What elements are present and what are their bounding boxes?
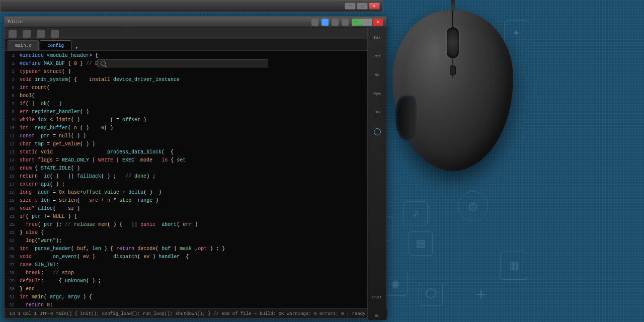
circle-icon — [374, 128, 381, 135]
code-line[interactable]: void* alloc( sz ) — [20, 205, 383, 213]
line-number: 31 — [5, 293, 17, 301]
code-line[interactable]: extern api( ) ; — [20, 181, 383, 189]
code-line[interactable]: case SIG_INT: — [20, 261, 383, 269]
panel-item[interactable]: Ref — [368, 52, 386, 60]
code-line[interactable]: static void process_data_block( { — [20, 148, 383, 156]
panel-item[interactable]: Sym — [368, 89, 386, 98]
toolbar-button[interactable] — [9, 30, 17, 38]
panel-item[interactable] — [368, 126, 386, 137]
toolbar-button[interactable] — [23, 30, 31, 38]
line-number: 19 — [5, 197, 17, 205]
line-number: 29 — [5, 277, 17, 285]
desktop-icon[interactable]: ▤ — [409, 231, 433, 256]
panel-item[interactable]: Lnk — [368, 108, 386, 116]
line-number-gutter: 1234567891011121314151617181920212223242… — [5, 51, 17, 307]
tool-icon[interactable] — [311, 19, 318, 26]
code-line[interactable]: default: { unknown( ) ; — [20, 277, 383, 285]
mouse-graphic — [392, 10, 513, 181]
line-number: 16 — [5, 173, 17, 181]
tool-icon[interactable] — [321, 19, 329, 26]
code-line[interactable]: break; // stop — [20, 269, 383, 277]
status-text: Ln 1 Col 1 UTF-8 main() { init(); config… — [10, 311, 366, 316]
panel-item[interactable]: Hist — [368, 293, 386, 301]
bg-close-button[interactable]: ✕ — [369, 3, 380, 10]
code-line[interactable]: err register_handler( ) — [20, 108, 383, 116]
status-bar: Ln 1 Col 1 UTF-8 main() { init(); config… — [5, 308, 387, 318]
code-line[interactable]: return 0; — [20, 301, 383, 307]
panel-item[interactable]: Idx — [368, 33, 386, 42]
code-line[interactable]: size_t len = strlen( src + n * step rang… — [20, 197, 383, 205]
plus-icon[interactable]: ＋ — [469, 282, 493, 306]
search-icon — [101, 61, 106, 66]
code-line[interactable]: void on_event( ev ) dispatch( ev ) handl… — [20, 253, 383, 261]
titlebar-tool-icons — [311, 19, 349, 26]
code-line[interactable]: int main( argc, argv ) { — [20, 293, 383, 301]
mouse-dpi-button — [450, 65, 456, 75]
code-line[interactable]: } else { — [20, 229, 383, 237]
code-line[interactable]: free( ptr ); // release mem( ) { || pani… — [20, 221, 383, 229]
desktop-icon[interactable]: ◎ — [458, 191, 488, 221]
editor-toolbar — [5, 28, 386, 40]
line-number: 21 — [5, 213, 17, 221]
line-number: 11 — [5, 132, 17, 140]
tool-icon[interactable] — [342, 19, 349, 26]
line-number: 9 — [5, 116, 17, 124]
find-bar[interactable] — [97, 59, 268, 67]
code-line[interactable]: #include <module_header> { — [20, 52, 383, 60]
line-number: 28 — [5, 269, 17, 277]
file-tab-active[interactable]: config — [40, 40, 71, 50]
line-number: 8 — [5, 108, 17, 116]
mouse-side-button — [395, 96, 417, 141]
code-line[interactable]: enum { STATE_IDLE( ) — [20, 165, 383, 173]
line-number: 13 — [5, 148, 17, 156]
window-title: Editor — [8, 20, 308, 25]
line-number: 15 — [5, 165, 17, 173]
code-line[interactable]: while idx < limit( ) ( = offset ) — [20, 116, 383, 124]
line-number: 23 — [5, 229, 17, 237]
mouse-wheel — [447, 27, 459, 58]
code-line[interactable]: char tmp = get_value( ) ) — [20, 140, 383, 148]
code-line[interactable]: if( ptr != NULL ) { — [20, 213, 383, 221]
editor-titlebar[interactable]: Editor — ☐ ✕ — [5, 17, 386, 28]
code-line[interactable]: bool( — [20, 92, 383, 100]
line-number: 2 — [5, 60, 17, 68]
file-tab[interactable]: main.c — [8, 40, 39, 50]
bg-maximize-button[interactable]: ☐ — [357, 3, 368, 10]
line-number: 20 — [5, 205, 17, 213]
desktop-icon[interactable]: ♪ — [404, 201, 428, 225]
desktop-icon[interactable]: ◉ — [383, 272, 408, 296]
code-line[interactable]: short flags = READ_ONLY | WRITE | EXEC m… — [20, 156, 383, 165]
tool-icon[interactable] — [332, 19, 339, 26]
code-line[interactable]: int count( — [20, 84, 383, 92]
toolbar-button[interactable] — [37, 30, 45, 38]
tab-overflow-icon[interactable]: ▸ — [75, 44, 82, 50]
line-number: 27 — [5, 261, 17, 269]
code-line[interactable]: if( | ok( ) — [20, 100, 383, 108]
code-line[interactable]: return id( ) || fallback( ) ; // done) ; — [20, 173, 383, 181]
close-button[interactable]: ✕ — [373, 19, 383, 26]
panel-item[interactable]: Br — [368, 311, 386, 320]
editor-window: Editor — ☐ ✕ main.c config ▸ 12345678910… — [4, 16, 386, 319]
panel-item[interactable]: Kn — [368, 70, 386, 79]
code-line[interactable]: log("warn"); — [20, 237, 383, 245]
maximize-button[interactable]: ☐ — [362, 19, 372, 26]
line-number: 5 — [5, 84, 17, 92]
line-number: 24 — [5, 237, 17, 245]
code-line[interactable]: int parse_header( buf, len ) { return de… — [20, 245, 383, 253]
code-line[interactable]: void init_system( { install device_drive… — [20, 76, 383, 84]
background-window-titlebar: — ☐ ✕ — [0, 0, 382, 12]
toolbar-button[interactable] — [51, 30, 59, 38]
editor-tab-strip: main.c config ▸ — [5, 40, 386, 51]
bg-minimize-button[interactable]: — — [345, 3, 356, 10]
desktop-icon[interactable]: ▥ — [500, 252, 528, 280]
line-number: 14 — [5, 156, 17, 165]
code-editor-area[interactable]: #include <module_header> {#define MAX_BU… — [17, 51, 386, 307]
minimize-button[interactable]: — — [352, 19, 362, 26]
code-line[interactable]: typedef struct( ) — [20, 68, 383, 76]
code-line[interactable]: long addr = 0x base+offset_value + delta… — [20, 189, 383, 197]
desktop-icon[interactable]: ⬡ — [419, 282, 443, 306]
mouse-body — [392, 10, 513, 171]
code-line[interactable]: int read_buffer( n ( ) 0( ) — [20, 124, 383, 132]
code-line[interactable]: const ptr = null( ) ) — [20, 132, 383, 140]
code-line[interactable]: } end — [20, 285, 383, 293]
